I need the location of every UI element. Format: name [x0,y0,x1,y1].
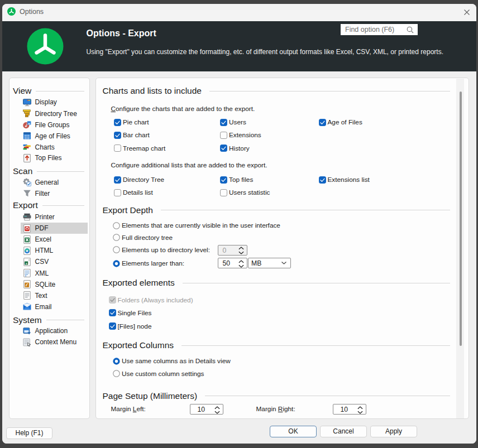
svg-text:a: a [25,261,27,264]
